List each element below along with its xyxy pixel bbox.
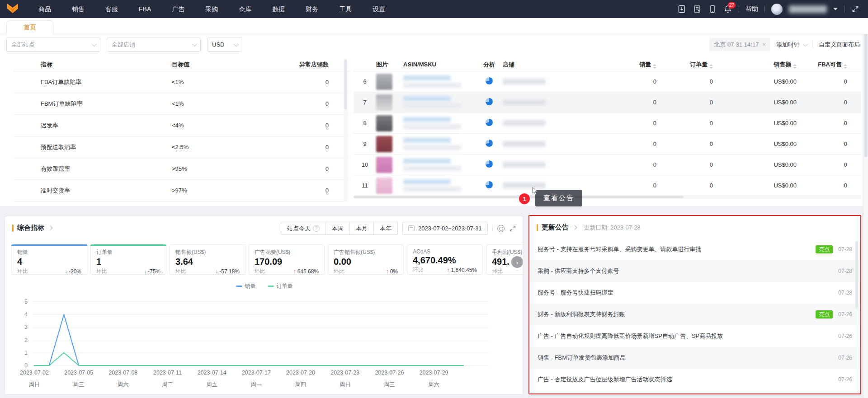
period-button-站点今天[interactable]: 站点今天 bbox=[281, 222, 326, 235]
col-fba[interactable]: FBA可售 bbox=[797, 61, 847, 69]
performance-row[interactable]: 预配送取消率<2.5%0 bbox=[14, 136, 349, 158]
close-icon[interactable]: × bbox=[762, 41, 766, 48]
product-row[interactable]: 900US$0.000 bbox=[354, 134, 861, 155]
col-orders[interactable]: 订单量 bbox=[656, 61, 713, 69]
nav-item-数据[interactable]: 数据 bbox=[262, 0, 295, 18]
nav-item-工具[interactable]: 工具 bbox=[329, 0, 362, 18]
product-rank-table: 图片ASIN/MSKU分析店铺销量订单量销售额FBA可售 600US$0.000… bbox=[354, 58, 861, 196]
cards-next-button[interactable]: › bbox=[511, 256, 523, 268]
announcement-item[interactable]: 广告 - 广告自动化规则提高降低竞价场景新增SP自动广告、SP商品投放07-26 bbox=[529, 325, 860, 347]
performance-row[interactable]: 有效跟踪率>95%0 bbox=[14, 158, 349, 180]
chevron-right-icon[interactable] bbox=[573, 225, 577, 230]
analysis-cell bbox=[476, 98, 503, 107]
product-row[interactable]: 1000US$0.000 bbox=[354, 155, 861, 175]
fullscreen-icon[interactable] bbox=[509, 225, 516, 232]
pie-chart-icon[interactable] bbox=[486, 140, 493, 147]
metric-card-销量[interactable]: 销量4环比↓-20% bbox=[11, 244, 87, 275]
nav-item-仓库[interactable]: 仓库 bbox=[228, 0, 262, 18]
metric-name: 准时交货率 bbox=[14, 187, 172, 195]
fullscreen-icon[interactable] bbox=[851, 5, 860, 14]
announcements-title[interactable]: 更新公告 bbox=[542, 223, 569, 232]
nav-item-客服[interactable]: 客服 bbox=[95, 0, 128, 18]
period-button-本月[interactable]: 本月 bbox=[350, 222, 374, 235]
legend-item-订单量[interactable]: 订单量 bbox=[268, 282, 293, 290]
nav-item-商品[interactable]: 商品 bbox=[28, 0, 61, 18]
product-row[interactable]: 700US$0.000 bbox=[354, 92, 861, 113]
help-link[interactable]: 帮助 bbox=[745, 5, 758, 13]
app-logo-icon[interactable] bbox=[6, 3, 20, 15]
nav-item-广告[interactable]: 广告 bbox=[161, 0, 195, 18]
chevron-down-icon bbox=[803, 41, 808, 46]
user-avatar[interactable] bbox=[771, 4, 783, 15]
metric-value: 4 bbox=[17, 256, 81, 267]
customize-layout-button[interactable]: 自定义页面布局 bbox=[819, 41, 860, 49]
report-form-icon[interactable] bbox=[693, 5, 702, 14]
site-select[interactable]: 全部站点 bbox=[6, 37, 100, 52]
announcement-item[interactable]: 服务号 - 支持在服务号对采购单、采购变更单、请款单进行审批亮点07-28 bbox=[529, 239, 860, 260]
sales-value: 0 bbox=[598, 182, 656, 189]
nav-item-财务[interactable]: 财务 bbox=[295, 0, 329, 18]
announcement-item[interactable]: 销售 - FBM订单发货包裹添加商品07-26 bbox=[529, 347, 860, 369]
col-sales[interactable]: 销量 bbox=[598, 61, 656, 69]
period-button-本年[interactable]: 本年 bbox=[374, 222, 398, 235]
svg-text:2023-07-14: 2023-07-14 bbox=[198, 370, 226, 376]
download-icon[interactable] bbox=[677, 5, 686, 14]
nav-item-FBA[interactable]: FBA bbox=[128, 0, 161, 18]
trend-label: 环比 bbox=[96, 267, 107, 275]
row-rank: 10 bbox=[354, 161, 376, 168]
pie-chart-icon[interactable] bbox=[486, 98, 493, 105]
target-settings-icon[interactable] bbox=[497, 225, 505, 232]
nav-item-采购[interactable]: 采购 bbox=[195, 0, 228, 18]
metric-value: 0.00 bbox=[334, 256, 398, 267]
metric-card-订单量[interactable]: 订单量1环比↓-75% bbox=[90, 244, 166, 275]
bell-icon[interactable]: 27 bbox=[723, 5, 732, 14]
page-scrollbar[interactable] bbox=[863, 18, 868, 398]
customize-layout-label: 自定义页面布局 bbox=[819, 41, 860, 49]
announcements-scrollbar[interactable] bbox=[855, 241, 858, 309]
svg-text:周三: 周三 bbox=[384, 381, 395, 388]
announcement-item[interactable]: 采购 - 供应商支持多个支付账号07-28 bbox=[529, 260, 860, 282]
sort-icon[interactable] bbox=[653, 64, 656, 69]
mobile-icon[interactable] bbox=[708, 5, 717, 14]
sort-icon[interactable] bbox=[709, 64, 713, 69]
fba-stock-value: 0 bbox=[797, 182, 847, 189]
product-row[interactable]: 800US$0.000 bbox=[354, 113, 861, 134]
store-select[interactable]: 全部店铺 bbox=[107, 37, 201, 52]
pie-chart-icon[interactable] bbox=[486, 181, 493, 188]
period-button-本周[interactable]: 本周 bbox=[326, 222, 350, 235]
nav-item-设置[interactable]: 设置 bbox=[362, 0, 396, 18]
performance-row[interactable]: 迟发率<4%0 bbox=[14, 115, 349, 136]
pie-chart-icon[interactable] bbox=[486, 160, 493, 168]
announcements-header: 更新公告 更新日期: 2023-07-28 bbox=[537, 223, 641, 232]
announcement-item[interactable]: 服务号 - 服务号快捷扫码绑定07-28 bbox=[529, 282, 860, 304]
pie-chart-icon[interactable] bbox=[486, 119, 493, 126]
performance-row[interactable]: FBM订单缺陷率<1%0 bbox=[14, 93, 349, 115]
performance-row[interactable]: 准时交货率>97%0 bbox=[14, 180, 349, 201]
performance-row[interactable]: FBA订单缺陷率<1%0 bbox=[14, 71, 349, 93]
metric-card-广告花费(US$)[interactable]: 广告花费(US$)170.09环比↑645.68% bbox=[249, 244, 325, 275]
metric-card-ACoAS[interactable]: ACoAS4,670.49%环比↑1,640.45% bbox=[407, 244, 483, 275]
metric-card-广告销售额(US$)[interactable]: 广告销售额(US$)0.00环比↑0% bbox=[328, 244, 404, 275]
tab-home[interactable]: 首页 bbox=[6, 20, 53, 35]
announcement-item[interactable]: 财务 - 新版利润报表支持财务封账亮点07-26 bbox=[529, 304, 860, 325]
sort-icon[interactable] bbox=[793, 64, 797, 69]
col-amt[interactable]: 销售额 bbox=[713, 61, 797, 69]
product-row[interactable]: 600US$0.000 bbox=[354, 71, 861, 92]
left-table-scrollbar[interactable] bbox=[344, 59, 348, 201]
chevron-down-icon[interactable] bbox=[833, 8, 838, 10]
announcement-item[interactable]: 广告 - 否定投放及广告位层级新增广告活动状态筛选07-26 bbox=[529, 369, 860, 390]
fba-stock-value: 0 bbox=[797, 120, 847, 126]
date-range-picker[interactable]: 2023-07-02~2023-07-31 bbox=[402, 222, 488, 235]
add-clock-button[interactable]: 添加时钟 bbox=[776, 41, 807, 49]
product-table-hscrollbar[interactable] bbox=[354, 195, 861, 199]
svg-text:3: 3 bbox=[24, 324, 28, 330]
product-row[interactable]: 1100US$0.000 bbox=[354, 175, 861, 196]
nav-item-销售[interactable]: 销售 bbox=[61, 0, 95, 18]
metric-card-销售额(US$)[interactable]: 销售额(US$)3.64环比↓-57.18% bbox=[170, 244, 245, 275]
currency-select[interactable]: USD bbox=[207, 37, 242, 52]
legend-item-销量[interactable]: 销量 bbox=[236, 282, 256, 290]
store-name-redacted bbox=[503, 162, 546, 168]
pie-chart-icon[interactable] bbox=[486, 77, 493, 84]
overview-title-row[interactable]: 综合指标 bbox=[12, 224, 52, 232]
sort-icon[interactable] bbox=[844, 64, 847, 69]
